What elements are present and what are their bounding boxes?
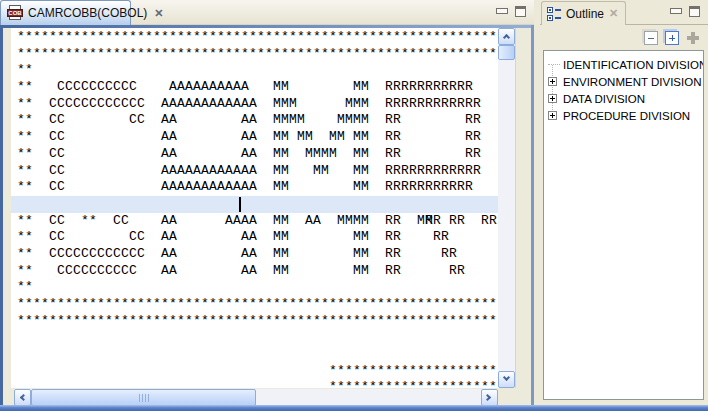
- vertical-scrollbar-thumb[interactable]: [498, 45, 515, 60]
- scrollbar-grip: [139, 394, 150, 402]
- editor-text-area[interactable]: ****************************************…: [11, 28, 498, 388]
- editor-pane: COB CAMRCOBB(COBOL) ✕ ******************…: [0, 0, 534, 405]
- editor-tab-bar: COB CAMRCOBB(COBOL) ✕: [0, 0, 534, 25]
- expand-icon[interactable]: [548, 111, 557, 120]
- scroll-left-button[interactable]: [14, 389, 31, 406]
- expand-icon[interactable]: [548, 77, 557, 86]
- editor-maximize-icon[interactable]: [515, 6, 526, 17]
- outline-tab-close-icon[interactable]: ✕: [609, 7, 618, 20]
- text-cursor: [239, 197, 241, 212]
- code-line: ** CC AA AA MM MMMM MM RR RR: [17, 146, 498, 163]
- code-line: [17, 346, 498, 363]
- code-line: ** CCCCCCCCCC AA AA MM MM RR RR: [17, 263, 498, 280]
- outline-toolbar: [540, 26, 708, 49]
- add-icon[interactable]: [686, 31, 700, 45]
- editor-marker-ruler: [3, 28, 11, 388]
- scroll-right-button[interactable]: [481, 389, 498, 406]
- scroll-up-button[interactable]: [498, 28, 515, 45]
- editor-tab-camrcobb[interactable]: COB CAMRCOBB(COBOL) ✕: [0, 0, 131, 25]
- code-line: ** CC AAAAAAAAAAAA MM MM MM RRRRRRRRRRRR: [17, 163, 498, 180]
- code-line: [17, 329, 498, 346]
- code-line: ** CCCCCCCCCCCC AAAAAAAAAAAA MMM MMM RRR…: [17, 96, 498, 113]
- code-line: **: [17, 279, 498, 296]
- collapse-all-button[interactable]: [644, 31, 658, 45]
- current-code-line: ** CC AA AA MM MM RR RR: [11, 196, 498, 213]
- tree-item-procedure-division[interactable]: PROCEDURE DIVISION: [544, 107, 703, 124]
- overview-ruler: [515, 28, 531, 388]
- outline-minimize-icon[interactable]: [670, 6, 681, 17]
- chevron-right-icon: [484, 394, 491, 401]
- scroll-down-button[interactable]: [498, 371, 515, 388]
- code-line: ******************************: [17, 379, 498, 388]
- outline-tab[interactable]: Outline ✕: [541, 1, 626, 25]
- editor-tab-title: CAMRCOBB(COBOL): [28, 6, 147, 20]
- expand-icon[interactable]: [548, 94, 557, 103]
- code-line: ** CCCCCCCCCCCC AA AA MM MM RR RR: [17, 246, 498, 263]
- expand-all-button[interactable]: [665, 31, 679, 45]
- tree-item-identification-division[interactable]: IDENTIFICATION DIVISION: [544, 56, 703, 73]
- code-line: ******************************: [17, 363, 498, 380]
- horizontal-scrollbar[interactable]: [14, 389, 498, 406]
- chevron-down-icon: [503, 374, 510, 381]
- code-line: ** CCCCCCCCCC AAAAAAAAAA MM MM RRRRRRRRR…: [17, 79, 498, 96]
- chevron-up-icon: [503, 34, 510, 41]
- outline-view-icon: [547, 7, 561, 21]
- outline-view: Outline ✕ IDENTIFICATION DIVISION ENVIRO…: [540, 0, 708, 405]
- chevron-left-icon: [20, 394, 27, 401]
- code-line: ****************************************…: [17, 296, 498, 313]
- outline-tree: IDENTIFICATION DIVISION ENVIRONMENT DIVI…: [543, 50, 704, 400]
- vertical-scrollbar[interactable]: [498, 28, 515, 388]
- outline-maximize-icon[interactable]: [689, 6, 700, 17]
- code-line: ** CC AA AA MM MM MM MM RR RR: [17, 129, 498, 146]
- outline-tab-title: Outline: [566, 7, 604, 21]
- code-line: ****************************************…: [17, 313, 498, 330]
- tree-item-data-division[interactable]: DATA DIVISION: [544, 90, 703, 107]
- code-line: **: [17, 62, 498, 79]
- code-line: ****************************************…: [17, 46, 498, 63]
- tree-item-environment-division[interactable]: ENVIRONMENT DIVISION: [544, 73, 703, 90]
- outline-tab-bar: Outline ✕: [540, 0, 708, 25]
- horizontal-scrollbar-thumb[interactable]: [31, 389, 256, 406]
- code-line: ** CC AAAAAAAAAAAA MM MM RRRRRRRRRRR: [17, 179, 498, 196]
- editor-minimize-icon[interactable]: [496, 6, 507, 17]
- code-line: ****************************************…: [17, 29, 498, 46]
- cobol-file-icon: COB: [7, 5, 23, 21]
- code-line: ** CC CC AA AA MM MM RR RR: [17, 229, 498, 246]
- code-line: ** CC CC AA AA MMMM MMMM RR RR: [17, 112, 498, 129]
- window-bottom-border: [0, 405, 708, 411]
- editor-tab-close-icon[interactable]: ✕: [154, 7, 163, 20]
